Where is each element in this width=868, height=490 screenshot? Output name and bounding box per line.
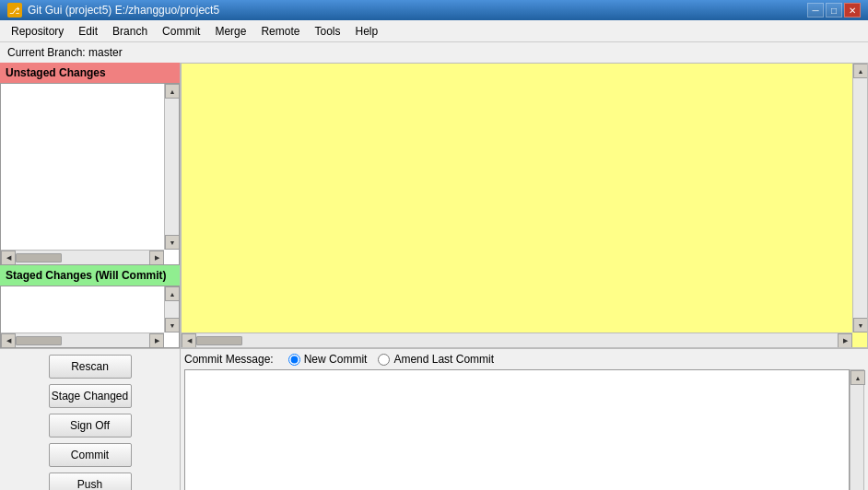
new-commit-radio[interactable] xyxy=(288,354,300,366)
amend-commit-radio[interactable] xyxy=(378,354,390,366)
commit-msg-header: Commit Message: New Commit Amend Last Co… xyxy=(184,353,864,366)
staged-hscroll-thumb[interactable] xyxy=(16,336,62,345)
unstaged-vscroll[interactable]: ▲ ▼ xyxy=(164,84,179,250)
commit-vscroll[interactable]: ▲ ▼ xyxy=(850,369,864,490)
maximize-button[interactable]: □ xyxy=(826,3,842,18)
diff-vscroll-track xyxy=(853,78,867,318)
new-commit-radio-label[interactable]: New Commit xyxy=(288,353,368,366)
commit-buttons-panel: Rescan Stage Changed Sign Off Commit Pus… xyxy=(0,349,181,490)
stage-changed-button[interactable]: Stage Changed xyxy=(49,384,132,408)
rescan-button[interactable]: Rescan xyxy=(49,355,132,379)
unstaged-vscroll-down[interactable]: ▼ xyxy=(165,235,180,250)
diff-hscroll-track xyxy=(196,336,838,345)
unstaged-header: Unstaged Changes xyxy=(0,63,180,83)
staged-list[interactable]: ▲ ▼ ◀ ▶ xyxy=(0,286,180,348)
amend-commit-radio-label[interactable]: Amend Last Commit xyxy=(378,353,494,366)
diff-hscroll-thumb[interactable] xyxy=(196,336,242,345)
menu-remote[interactable]: Remote xyxy=(253,23,307,40)
menu-edit[interactable]: Edit xyxy=(71,23,105,40)
menu-bar: Repository Edit Branch Commit Merge Remo… xyxy=(0,20,868,42)
menu-repository[interactable]: Repository xyxy=(4,23,71,40)
diff-area[interactable]: ▲ ▼ ◀ ▶ xyxy=(181,63,868,348)
current-branch-label: Current Branch: master xyxy=(7,46,123,59)
minimize-button[interactable]: ─ xyxy=(807,3,824,18)
staged-hscroll-track xyxy=(16,336,149,345)
app-icon: ⎇ xyxy=(7,3,22,18)
unstaged-hscroll-right[interactable]: ▶ xyxy=(149,251,164,265)
commit-msg-body: ▲ ▼ xyxy=(184,369,864,490)
diff-vscroll-down[interactable]: ▼ xyxy=(853,318,868,332)
commit-vscroll-up[interactable]: ▲ xyxy=(850,370,865,385)
menu-tools[interactable]: Tools xyxy=(307,23,347,40)
staged-vscroll-track xyxy=(165,301,179,318)
window-title: Git Gui (project5) E:/zhangguo/project5 xyxy=(28,4,219,17)
diff-hscroll-left[interactable]: ◀ xyxy=(182,333,196,348)
diff-vscroll[interactable]: ▲ ▼ xyxy=(852,64,867,332)
left-panel: Unstaged Changes ▲ ▼ ◀ ▶ S xyxy=(0,63,181,348)
commit-message-label: Commit Message: xyxy=(184,353,274,366)
staged-hscroll[interactable]: ◀ ▶ xyxy=(1,332,164,347)
menu-branch[interactable]: Branch xyxy=(105,23,155,40)
close-button[interactable]: ✕ xyxy=(844,3,861,18)
title-bar-left: ⎇ Git Gui (project5) E:/zhangguo/project… xyxy=(7,3,219,18)
menu-commit[interactable]: Commit xyxy=(155,23,207,40)
unstaged-hscroll-thumb[interactable] xyxy=(16,253,62,262)
main-layout: Unstaged Changes ▲ ▼ ◀ ▶ S xyxy=(0,63,868,348)
unstaged-hscroll-track xyxy=(16,253,149,262)
unstaged-list[interactable]: ▲ ▼ ◀ ▶ xyxy=(0,83,180,265)
unstaged-vscroll-up[interactable]: ▲ xyxy=(165,84,180,99)
staged-vscroll-down[interactable]: ▼ xyxy=(165,318,180,332)
menu-merge[interactable]: Merge xyxy=(207,23,253,40)
right-panel: ▲ ▼ ◀ ▶ xyxy=(181,63,868,348)
staged-vscroll-up[interactable]: ▲ xyxy=(165,286,180,301)
app-icon-symbol: ⎇ xyxy=(9,6,20,16)
staged-hscroll-left[interactable]: ◀ xyxy=(1,333,16,348)
push-button[interactable]: Push xyxy=(49,472,132,490)
diff-hscroll[interactable]: ◀ ▶ xyxy=(182,332,852,347)
commit-message-input[interactable] xyxy=(184,369,850,490)
unstaged-section: Unstaged Changes ▲ ▼ ◀ ▶ xyxy=(0,63,180,265)
sign-off-button[interactable]: Sign Off xyxy=(49,414,132,438)
unstaged-hscroll[interactable]: ◀ ▶ xyxy=(1,250,164,264)
staged-vscroll[interactable]: ▲ ▼ xyxy=(164,286,179,332)
bottom-section: Rescan Stage Changed Sign Off Commit Pus… xyxy=(0,348,868,490)
commit-vscroll-track xyxy=(850,385,863,490)
staged-section: Staged Changes (Will Commit) ▲ ▼ ◀ ▶ xyxy=(0,265,180,348)
title-bar: ⎇ Git Gui (project5) E:/zhangguo/project… xyxy=(0,0,868,20)
current-branch-bar: Current Branch: master xyxy=(0,42,868,63)
unstaged-hscroll-left[interactable]: ◀ xyxy=(1,251,16,265)
commit-button[interactable]: Commit xyxy=(49,443,132,467)
staged-header: Staged Changes (Will Commit) xyxy=(0,265,180,286)
diff-vscroll-up[interactable]: ▲ xyxy=(853,64,868,78)
window-controls: ─ □ ✕ xyxy=(807,3,861,18)
unstaged-vscroll-track xyxy=(165,99,179,235)
diff-hscroll-right[interactable]: ▶ xyxy=(838,333,852,348)
amend-commit-label: Amend Last Commit xyxy=(393,353,494,366)
new-commit-label: New Commit xyxy=(304,353,368,366)
commit-message-area: Commit Message: New Commit Amend Last Co… xyxy=(181,349,868,490)
staged-hscroll-right[interactable]: ▶ xyxy=(149,333,164,348)
commit-type-group: New Commit Amend Last Commit xyxy=(288,353,494,366)
menu-help[interactable]: Help xyxy=(347,23,385,40)
